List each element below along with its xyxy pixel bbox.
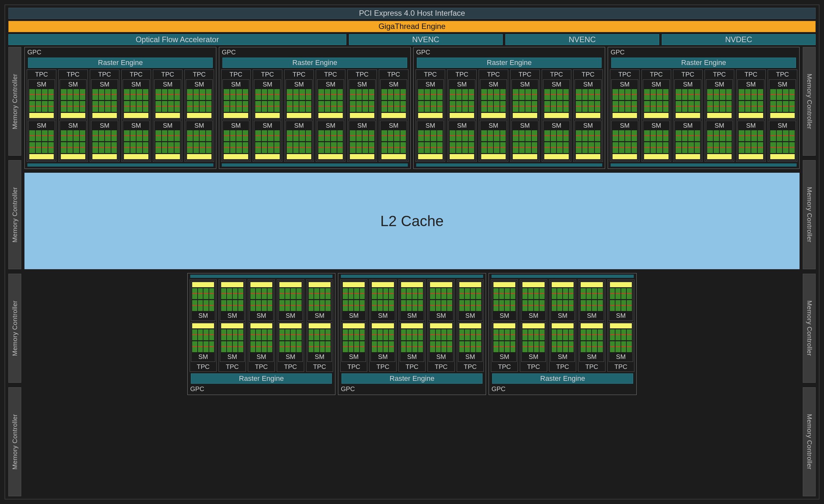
gpc-row-bottom: SMSMTPCSMSMTPCSMSMTPCSMSMTPCSMSMTPCRaste… [24, 273, 800, 395]
sm-block: SM [674, 80, 701, 119]
engine-row: Optical Flow AcceleratorNVENCNVENCNVDEC [8, 34, 816, 45]
tpc-block: TPCSMSM [316, 70, 345, 162]
sm-block: SM [511, 80, 538, 119]
tpc-block: TPCSMSM [641, 70, 671, 162]
tpc-block: SMSMTPC [248, 279, 275, 372]
sm-block: SM [222, 80, 249, 119]
engine-nvdec: NVDEC [662, 34, 816, 45]
tpc-block: SMSMTPC [277, 279, 304, 372]
sm-block: SM [429, 322, 453, 362]
sm-block: SM [380, 121, 407, 160]
raster-engine: Raster Engine [611, 57, 796, 68]
sm-block: SM [706, 121, 733, 160]
tpc-block: TPCSMSM [253, 70, 282, 162]
memory-controllers-right: Memory ControllerMemory ControllerMemory… [803, 47, 816, 496]
sm-block: SM [28, 121, 55, 160]
sm-block: SM [286, 121, 313, 160]
tpc-block: TPCSMSM [768, 70, 797, 162]
tpc-block: TPCSMSM [610, 70, 639, 162]
sm-block: SM [222, 121, 249, 160]
sm-block: SM [278, 322, 303, 362]
tpc-block: TPCSMSM [347, 70, 377, 162]
tpc-block: SMSMTPC [491, 279, 518, 372]
memory-controllers-left: Memory ControllerMemory ControllerMemory… [8, 47, 21, 496]
raster-engine: Raster Engine [417, 57, 602, 68]
sm-block: SM [307, 281, 332, 321]
raster-engine: Raster Engine [341, 373, 483, 384]
pci-interface-bar: PCI Express 4.0 Host Interface [8, 8, 816, 19]
gpc-block: SMSMTPCSMSMTPCSMSMTPCSMSMTPCSMSMTPCRaste… [338, 273, 486, 395]
sm-block: SM [371, 281, 395, 321]
tpc-block: TPCSMSM [705, 70, 734, 162]
sm-block: SM [341, 281, 366, 321]
sm-block: SM [737, 121, 764, 160]
tpc-block: TPCSMSM [90, 70, 119, 162]
diagram-body: Memory ControllerMemory ControllerMemory… [8, 47, 816, 496]
sm-block: SM [400, 322, 424, 362]
gpc-block: SMSMTPCSMSMTPCSMSMTPCSMSMTPCSMSMTPCRaste… [489, 273, 637, 395]
sm-block: SM [417, 80, 444, 119]
tpc-block: SMSMTPC [578, 279, 605, 372]
gpc-block: GPCRaster EngineTPCSMSMTPCSMSMTPCSMSMTPC… [413, 47, 605, 169]
sm-block: SM [317, 121, 344, 160]
sm-block: SM [91, 80, 118, 119]
tpc-block: SMSMTPC [607, 279, 634, 372]
tpc-block: TPCSMSM [447, 70, 477, 162]
sm-block: SM [348, 121, 376, 160]
l2-cache: L2 Cache [24, 173, 800, 269]
sm-block: SM [737, 80, 764, 119]
sm-block: SM [400, 281, 424, 321]
sm-block: SM [448, 80, 476, 119]
sm-block: SM [429, 281, 453, 321]
sm-block: SM [575, 80, 602, 119]
tpc-block: TPCSMSM [573, 70, 603, 162]
tpc-block: TPCSMSM [736, 70, 766, 162]
sm-block: SM [543, 80, 570, 119]
tpc-block: TPCSMSM [510, 70, 540, 162]
tpc-block: SMSMTPC [399, 279, 425, 372]
sm-block: SM [371, 322, 395, 362]
tpc-block: SMSMTPC [549, 279, 576, 372]
sm-block: SM [492, 322, 517, 362]
gpc-block: GPCRaster EngineTPCSMSMTPCSMSMTPCSMSMTPC… [608, 47, 800, 169]
sm-block: SM [543, 121, 570, 160]
gpu-block-diagram: PCI Express 4.0 Host Interface GigaThrea… [4, 4, 820, 500]
tpc-block: SMSMTPC [340, 279, 367, 372]
sm-block: SM [191, 322, 215, 362]
memory-controller: Memory Controller [8, 47, 21, 156]
tpc-block: TPCSMSM [121, 70, 151, 162]
sm-block: SM [60, 121, 87, 160]
tpc-block: TPCSMSM [542, 70, 571, 162]
tpc-block: SMSMTPC [306, 279, 333, 372]
sm-block: SM [521, 322, 545, 362]
tpc-block: SMSMTPC [427, 279, 454, 372]
tpc-block: TPCSMSM [284, 70, 314, 162]
sm-block: SM [448, 121, 476, 160]
memory-controller: Memory Controller [803, 274, 816, 383]
tpc-block: TPCSMSM [379, 70, 408, 162]
sm-block: SM [380, 80, 407, 119]
sm-block: SM [186, 80, 213, 119]
sm-block: SM [191, 281, 215, 321]
sm-block: SM [643, 80, 670, 119]
sm-block: SM [28, 80, 55, 119]
sm-block: SM [550, 322, 575, 362]
sm-block: SM [91, 121, 118, 160]
sm-block: SM [480, 121, 507, 160]
sm-block: SM [550, 281, 575, 321]
sm-block: SM [249, 281, 274, 321]
sm-block: SM [769, 121, 796, 160]
sm-block: SM [609, 281, 633, 321]
sm-block: SM [254, 121, 281, 160]
tpc-block: SMSMTPC [457, 279, 484, 372]
sm-block: SM [220, 281, 244, 321]
sm-block: SM [186, 121, 213, 160]
sm-block: SM [458, 281, 483, 321]
sm-block: SM [317, 80, 344, 119]
raster-engine: Raster Engine [492, 373, 633, 384]
sm-block: SM [643, 121, 670, 160]
sm-block: SM [769, 80, 796, 119]
sm-block: SM [154, 121, 181, 160]
memory-controller: Memory Controller [803, 160, 816, 269]
gpc-block: GPCRaster EngineTPCSMSMTPCSMSMTPCSMSMTPC… [24, 47, 216, 169]
